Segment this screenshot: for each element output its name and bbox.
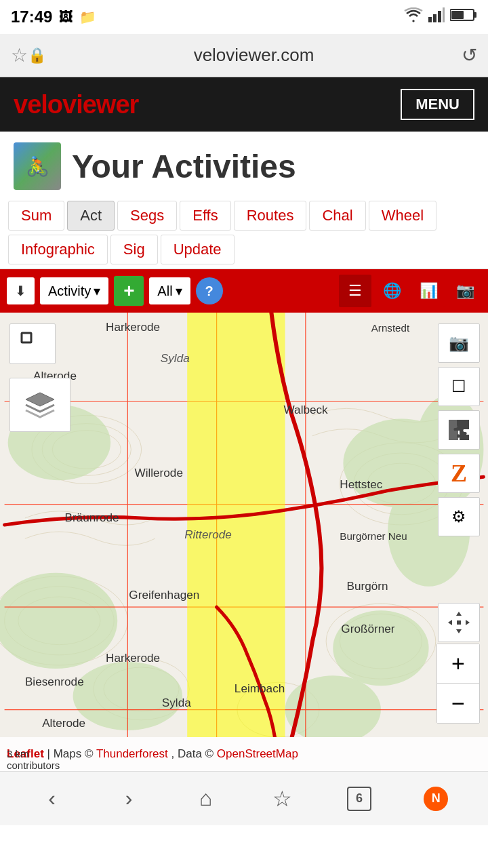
checkbox-ctrl-button[interactable]: ☐ <box>438 367 480 406</box>
chart-icon: 📊 <box>420 282 438 300</box>
activity-arrow-icon: ▾ <box>94 283 100 299</box>
map-toolbar: ⬇ Activity ▾ + All ▾ ? ☰ 🌐 📊 📷 <box>0 269 488 313</box>
page-title-area: 🚴 Your Activities <box>0 132 488 201</box>
menu-button[interactable]: MENU <box>401 89 474 120</box>
status-time: 17:49 <box>11 7 52 26</box>
svg-rect-6 <box>451 11 464 19</box>
add-button[interactable]: + <box>114 276 144 306</box>
list-icon: ☰ <box>348 282 362 300</box>
svg-text:Alterode: Alterode <box>42 716 85 730</box>
map-area[interactable]: Harkerode Sylda Alterode Walbeck Willero… <box>0 313 488 737</box>
help-button[interactable]: ? <box>196 277 223 304</box>
browser-bar: ☆ 🔒 veloviewer.com ↺ <box>0 34 488 77</box>
thunderforest-link[interactable]: Thunderforest <box>96 747 168 760</box>
battery-indicator <box>450 8 477 26</box>
settings-ctrl-button[interactable]: ⚙ <box>438 497 480 536</box>
nav-row-1: Sum Act Segs Effs Routes Chal Wheel <box>8 201 480 231</box>
logo-viewer: viewer <box>62 90 138 119</box>
tab-sig[interactable]: Sig <box>110 235 158 264</box>
tab-wheel[interactable]: Wheel <box>369 201 436 231</box>
zoom-in-button[interactable]: + <box>437 644 479 684</box>
svg-text:Sylda: Sylda <box>161 351 190 365</box>
tab-infographic[interactable]: Infographic <box>8 235 108 264</box>
map-attribution: Leaflet | Maps © Thunderforest , Data © … <box>0 737 488 771</box>
tabs-button[interactable]: 6 <box>332 778 386 819</box>
tab-count-badge: 6 <box>347 787 371 811</box>
tab-sum[interactable]: Sum <box>8 201 64 231</box>
svg-text:Willerode: Willerode <box>134 466 183 479</box>
svg-text:Burgörner Neu: Burgörner Neu <box>340 530 407 542</box>
svg-text:Harkerode: Harkerode <box>106 651 160 665</box>
puzzle-ctrl-button[interactable] <box>438 410 480 450</box>
svg-rect-5 <box>474 12 476 18</box>
nav-tabs: Sum Act Segs Effs Routes Chal Wheel Info… <box>0 201 488 269</box>
list-view-button[interactable]: ☰ <box>339 275 371 307</box>
svg-rect-2 <box>438 11 441 22</box>
svg-text:Leimbach: Leimbach <box>235 682 285 695</box>
all-arrow-icon: ▾ <box>176 283 182 299</box>
move-button[interactable] <box>438 603 480 642</box>
svg-text:Bräunrode: Bräunrode <box>64 511 119 524</box>
map-toolbar-right: ☰ 🌐 📊 📷 <box>339 275 481 307</box>
notifications-button[interactable]: N <box>409 778 463 819</box>
back-button[interactable]: ‹ <box>25 778 79 819</box>
lock-icon: 🔒 <box>28 47 46 64</box>
map-right-controls: 📷 ☐ Z ⚙ <box>438 323 480 536</box>
camera-ctrl-icon: 📷 <box>449 334 469 353</box>
download-button[interactable]: ⬇ <box>7 277 35 304</box>
tab-act[interactable]: Act <box>67 201 115 231</box>
z-ctrl-button[interactable]: Z <box>438 454 480 493</box>
gear-icon: ⚙ <box>451 507 466 526</box>
svg-text:Arnstedt: Arnstedt <box>371 322 410 334</box>
activity-thumbnail: 🚴 <box>14 142 61 190</box>
map-container[interactable]: ⬇ Activity ▾ + All ▾ ? ☰ 🌐 📊 📷 <box>0 269 488 771</box>
tab-chal[interactable]: Chal <box>309 201 365 231</box>
attribution-data: , Data © <box>171 747 214 760</box>
tab-effs[interactable]: Effs <box>180 201 231 231</box>
wifi-icon <box>404 7 423 26</box>
svg-text:Burgörn: Burgörn <box>346 579 388 593</box>
svg-text:Walbeck: Walbeck <box>284 403 329 416</box>
logo-velo: velo <box>14 90 62 119</box>
bookmarks-button[interactable]: ☆ <box>256 778 310 819</box>
camera-icon: 📷 <box>456 282 474 300</box>
globe-view-button[interactable]: 🌐 <box>375 275 408 307</box>
download-icon: ⬇ <box>15 283 26 299</box>
tab-routes[interactable]: Routes <box>234 201 307 231</box>
zoom-out-button[interactable]: − <box>437 684 479 723</box>
all-label: All <box>157 283 172 299</box>
photo-icon: 🖼 <box>59 9 73 25</box>
page-title: Your Activities <box>72 148 296 185</box>
thumb-image: 🚴 <box>14 142 61 190</box>
fullscreen-button[interactable] <box>9 323 56 364</box>
svg-text:Hettstec: Hettstec <box>340 477 382 491</box>
svg-rect-0 <box>428 17 432 22</box>
camera-ctrl-button[interactable]: 📷 <box>438 323 480 363</box>
osm-link[interactable]: OpenStreetMap <box>217 747 298 760</box>
svg-text:Ritterode: Ritterode <box>184 528 232 541</box>
tab-update[interactable]: Update <box>161 235 235 264</box>
chart-view-button[interactable]: 📊 <box>412 275 445 307</box>
layers-button[interactable] <box>9 378 70 432</box>
activity-dropdown[interactable]: Activity ▾ <box>40 277 108 304</box>
url-bar[interactable]: veloviewer.com <box>46 45 462 66</box>
scale-bar: 3 km contributors <box>7 748 60 771</box>
status-bar: 17:49 🖼 📁 <box>0 0 488 34</box>
svg-point-25 <box>0 573 117 669</box>
svg-rect-67 <box>457 620 461 625</box>
zoom-controls: + − <box>436 644 480 724</box>
tab-segs[interactable]: Segs <box>117 201 177 231</box>
all-dropdown[interactable]: All ▾ <box>149 277 190 304</box>
camera-view-button[interactable]: 📷 <box>449 275 481 307</box>
zwift-icon: Z <box>451 459 467 488</box>
home-button[interactable]: ⌂ <box>178 778 232 819</box>
nav-row-2: Infographic Sig Update <box>8 235 480 264</box>
svg-text:Harkerode: Harkerode <box>106 320 160 334</box>
bookmark-star-icon[interactable]: ☆ <box>11 44 28 66</box>
reload-icon[interactable]: ↺ <box>462 44 477 66</box>
globe-icon: 🌐 <box>383 282 401 300</box>
svg-rect-37 <box>187 313 285 401</box>
svg-text:Großörner: Großörner <box>341 622 394 635</box>
forward-button[interactable]: › <box>102 778 156 819</box>
svg-rect-3 <box>443 7 445 22</box>
